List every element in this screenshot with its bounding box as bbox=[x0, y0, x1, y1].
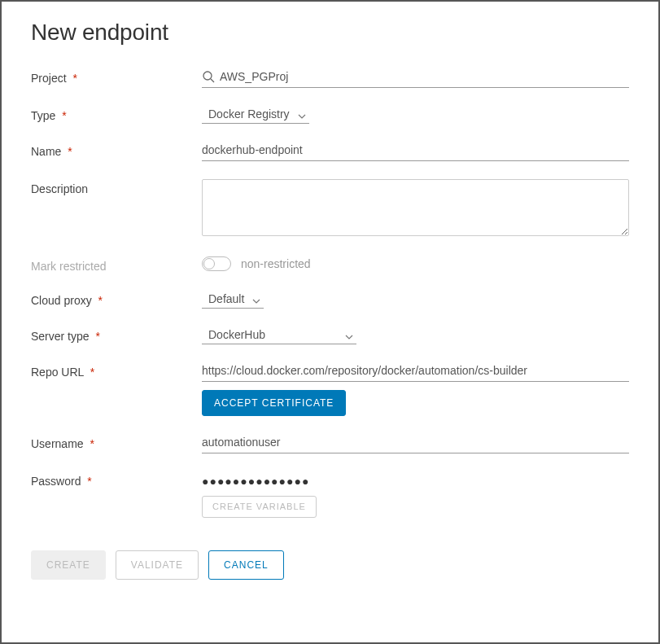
row-username: Username * bbox=[31, 434, 629, 453]
label-username-text: Username bbox=[31, 437, 84, 450]
label-name-text: Name bbox=[31, 145, 61, 158]
project-input-wrap[interactable] bbox=[202, 68, 629, 88]
password-control: ●●●●●●●●●●●●●● CREATE VARIABLE bbox=[202, 471, 629, 518]
required-asterisk: * bbox=[90, 437, 94, 450]
server-type-control: DockerHub bbox=[202, 326, 629, 344]
label-type: Type * bbox=[31, 106, 202, 122]
dialog-footer: CREATE VALIDATE CANCEL bbox=[31, 550, 629, 580]
name-control bbox=[202, 142, 629, 161]
repo-url-input[interactable] bbox=[202, 362, 629, 379]
description-control bbox=[202, 179, 629, 239]
required-asterisk: * bbox=[90, 366, 94, 379]
row-repo-url: Repo URL * ACCEPT CERTIFICATE bbox=[31, 362, 629, 416]
label-repo-url: Repo URL * bbox=[31, 362, 202, 379]
restricted-toggle-label: non-restricted bbox=[241, 257, 311, 270]
type-select-value: Docker Registry bbox=[208, 107, 290, 120]
chevron-down-icon bbox=[252, 295, 260, 303]
chevron-down-icon bbox=[345, 331, 353, 339]
mark-restricted-control: non-restricted bbox=[202, 256, 629, 271]
required-asterisk: * bbox=[72, 72, 76, 85]
validate-button[interactable]: VALIDATE bbox=[116, 550, 199, 580]
restricted-toggle[interactable] bbox=[202, 256, 231, 271]
cloud-proxy-select[interactable]: Default bbox=[202, 291, 264, 309]
required-asterisk: * bbox=[87, 475, 91, 488]
cloud-proxy-value: Default bbox=[208, 292, 244, 305]
username-input-wrap[interactable] bbox=[202, 434, 629, 453]
search-icon bbox=[202, 70, 215, 83]
server-type-value: DockerHub bbox=[208, 328, 265, 341]
name-input-wrap[interactable] bbox=[202, 142, 629, 161]
toggle-knob bbox=[203, 258, 215, 269]
label-cloud-proxy-text: Cloud proxy bbox=[31, 294, 92, 307]
server-type-select[interactable]: DockerHub bbox=[202, 326, 356, 344]
label-description-text: Description bbox=[31, 182, 88, 195]
project-control bbox=[202, 68, 629, 88]
required-asterisk: * bbox=[68, 145, 72, 158]
cloud-proxy-control: Default bbox=[202, 291, 629, 309]
cancel-button[interactable]: CANCEL bbox=[208, 550, 284, 580]
restricted-toggle-row: non-restricted bbox=[202, 256, 629, 271]
username-input[interactable] bbox=[202, 434, 629, 450]
row-project: Project * bbox=[31, 68, 629, 88]
repo-url-input-wrap[interactable] bbox=[202, 362, 629, 382]
label-password: Password * bbox=[31, 471, 202, 488]
row-mark-restricted: Mark restricted non-restricted bbox=[31, 256, 629, 273]
label-project-text: Project bbox=[31, 72, 67, 85]
label-name: Name * bbox=[31, 142, 202, 158]
new-endpoint-dialog: New endpoint Project * Type * bbox=[2, 2, 658, 598]
label-type-text: Type bbox=[31, 109, 55, 122]
label-repo-url-text: Repo URL bbox=[31, 366, 84, 379]
svg-point-0 bbox=[203, 72, 212, 80]
row-name: Name * bbox=[31, 142, 629, 161]
label-password-text: Password bbox=[31, 475, 81, 488]
label-server-type-text: Server type bbox=[31, 330, 90, 343]
row-cloud-proxy: Cloud proxy * Default bbox=[31, 291, 629, 309]
label-cloud-proxy: Cloud proxy * bbox=[31, 291, 202, 307]
accept-certificate-button[interactable]: ACCEPT CERTIFICATE bbox=[202, 390, 346, 416]
password-field[interactable]: ●●●●●●●●●●●●●● bbox=[202, 471, 629, 488]
row-type: Type * Docker Registry bbox=[31, 106, 629, 124]
project-input[interactable] bbox=[220, 68, 629, 85]
type-control: Docker Registry bbox=[202, 106, 629, 124]
type-select[interactable]: Docker Registry bbox=[202, 106, 309, 124]
row-server-type: Server type * DockerHub bbox=[31, 326, 629, 344]
svg-line-1 bbox=[211, 79, 214, 82]
description-textarea[interactable] bbox=[202, 179, 629, 236]
required-asterisk: * bbox=[95, 330, 99, 343]
row-password: Password * ●●●●●●●●●●●●●● CREATE VARIABL… bbox=[31, 471, 629, 518]
chevron-down-icon bbox=[298, 110, 306, 118]
label-description: Description bbox=[31, 179, 202, 195]
label-mark-restricted-text: Mark restricted bbox=[31, 260, 107, 273]
row-description: Description bbox=[31, 179, 629, 239]
dialog-title: New endpoint bbox=[31, 20, 629, 46]
label-mark-restricted: Mark restricted bbox=[31, 256, 202, 273]
username-control bbox=[202, 434, 629, 453]
name-input[interactable] bbox=[202, 142, 629, 158]
label-server-type: Server type * bbox=[31, 326, 202, 343]
required-asterisk: * bbox=[62, 109, 66, 122]
label-username: Username * bbox=[31, 434, 202, 450]
required-asterisk: * bbox=[98, 294, 103, 307]
repo-url-control: ACCEPT CERTIFICATE bbox=[202, 362, 629, 416]
create-variable-button[interactable]: CREATE VARIABLE bbox=[202, 496, 317, 518]
create-button[interactable]: CREATE bbox=[31, 550, 106, 580]
label-project: Project * bbox=[31, 68, 202, 85]
